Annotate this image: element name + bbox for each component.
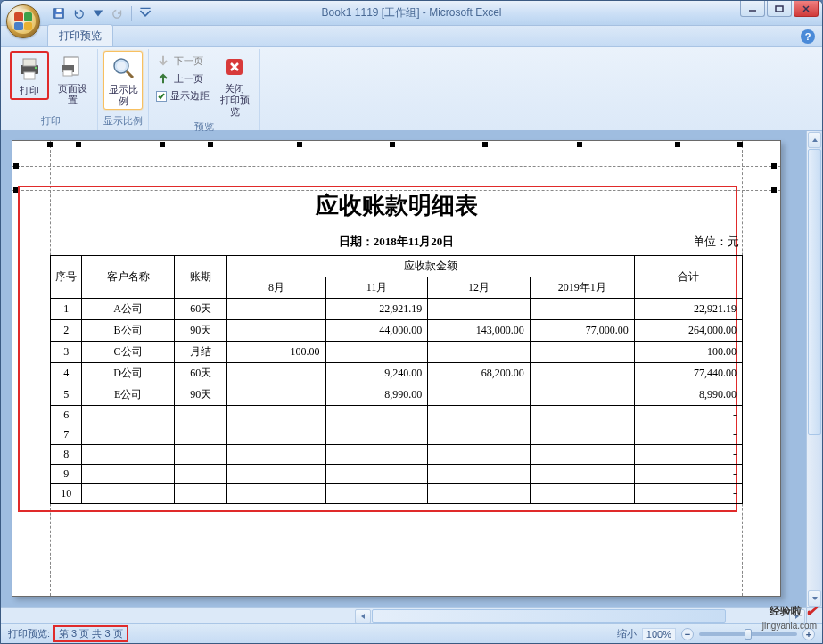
ribbon-tabs: 打印预览 ? bbox=[1, 26, 822, 47]
scroll-left-icon[interactable] bbox=[355, 609, 371, 623]
minimize-button[interactable] bbox=[740, 1, 765, 17]
vertical-scrollbar[interactable] bbox=[806, 131, 822, 607]
svg-rect-9 bbox=[23, 59, 36, 66]
show-margins-checkbox[interactable]: 显示边距 bbox=[154, 88, 211, 103]
col-m11: 11月 bbox=[325, 277, 428, 299]
document-title: 应收账款明细表 bbox=[50, 190, 743, 221]
svg-rect-2 bbox=[56, 13, 62, 17]
undo-icon[interactable] bbox=[70, 5, 86, 21]
scroll-up-icon[interactable] bbox=[808, 132, 821, 148]
table-row: 7- bbox=[51, 425, 743, 445]
col-m12: 12月 bbox=[428, 277, 531, 299]
ribbon-group-zoom: 显示比例 显示比例 bbox=[98, 49, 149, 130]
arrow-down-icon bbox=[156, 54, 170, 68]
table-row: 5E公司90天8,990.008,990.00 bbox=[51, 384, 743, 406]
svg-line-17 bbox=[127, 71, 133, 78]
col-m8: 8月 bbox=[227, 277, 325, 299]
page-setup-icon bbox=[58, 53, 86, 81]
table-row: 10- bbox=[51, 484, 743, 504]
table-row: 1A公司60天22,921.1922,921.19 bbox=[51, 299, 743, 320]
arrow-up-icon bbox=[156, 71, 170, 86]
col-period: 账期 bbox=[174, 256, 227, 299]
title-bar: Book1 1119 [工作组] - Microsoft Excel bbox=[1, 1, 822, 26]
ribbon: 打印 页面设置 打印 显示比例 显 bbox=[1, 47, 822, 131]
table-row: 4D公司60天9,240.0068,200.0077,440.00 bbox=[51, 363, 743, 384]
preview-options: 下一页 上一页 显示边距 bbox=[154, 51, 211, 103]
zoom-in-button[interactable]: + bbox=[802, 628, 815, 640]
zoom-label[interactable]: 缩小 bbox=[617, 627, 637, 640]
next-page-button: 下一页 bbox=[154, 53, 211, 69]
zoom-value: 100% bbox=[642, 628, 676, 640]
col-total: 合计 bbox=[634, 256, 742, 299]
document-date: 日期：2018年11月20日 bbox=[50, 234, 743, 250]
qat-customize-icon[interactable] bbox=[137, 5, 153, 21]
report-table: 序号 客户名称 账期 应收款金额 合计 8月 11月 12月 2019年1月 bbox=[50, 255, 743, 504]
undo-dropdown-icon[interactable] bbox=[90, 5, 106, 21]
horizontal-scrollbar[interactable] bbox=[354, 608, 806, 623]
svg-rect-10 bbox=[24, 72, 35, 79]
table-row: 3C公司月结100.00100.00 bbox=[51, 342, 743, 363]
page-setup-button[interactable]: 页面设置 bbox=[53, 51, 92, 108]
svg-point-16 bbox=[117, 62, 126, 70]
magnifier-icon bbox=[109, 54, 137, 82]
redo-icon[interactable] bbox=[110, 5, 126, 21]
checkbox-checked-icon bbox=[156, 91, 167, 102]
page-preview-area[interactable]: 应收账款明细表 日期：2018年11月20日 单位：元 序号 客户名称 账期 应… bbox=[1, 131, 806, 607]
scroll-corner bbox=[806, 608, 822, 623]
col-m2019-1: 2019年1月 bbox=[530, 277, 634, 299]
app-window: Book1 1119 [工作组] - Microsoft Excel 打印预览 … bbox=[0, 0, 823, 644]
svg-rect-14 bbox=[63, 70, 72, 76]
col-seq: 序号 bbox=[51, 256, 82, 299]
maximize-button[interactable] bbox=[767, 1, 792, 17]
tab-print-preview[interactable]: 打印预览 bbox=[47, 24, 113, 46]
col-amount-group: 应收款金额 bbox=[227, 256, 634, 277]
svg-point-11 bbox=[35, 67, 37, 69]
quick-access-toolbar bbox=[51, 5, 153, 21]
col-customer: 客户名称 bbox=[82, 256, 175, 299]
office-logo-icon bbox=[11, 9, 36, 34]
document-content: 应收账款明细表 日期：2018年11月20日 单位：元 序号 客户名称 账期 应… bbox=[50, 190, 743, 504]
prev-page-button[interactable]: 上一页 bbox=[154, 70, 211, 87]
window-controls bbox=[738, 1, 819, 17]
office-button[interactable] bbox=[6, 4, 40, 38]
horizontal-scroll-row bbox=[1, 607, 822, 623]
ribbon-group-preview: 下一页 上一页 显示边距 关闭 打印预览 bbox=[149, 49, 260, 130]
close-preview-button[interactable]: 关闭 打印预览 bbox=[215, 51, 254, 120]
help-icon[interactable]: ? bbox=[801, 29, 815, 44]
table-row: 9- bbox=[51, 465, 743, 484]
close-preview-icon bbox=[220, 53, 249, 81]
page: 应收账款明细表 日期：2018年11月20日 单位：元 序号 客户名称 账期 应… bbox=[12, 140, 781, 597]
zoom-out-button[interactable]: − bbox=[681, 628, 694, 640]
printer-icon bbox=[15, 54, 44, 83]
table-row: 2B公司90天44,000.00143,000.0077,000.00264,0… bbox=[51, 320, 743, 342]
scroll-right-icon[interactable] bbox=[789, 609, 805, 623]
status-bar: 打印预览: 第 3 页 共 3 页 缩小 100% − + bbox=[1, 623, 822, 643]
scroll-down-icon[interactable] bbox=[808, 590, 821, 607]
workspace: 应收账款明细表 日期：2018年11月20日 单位：元 序号 客户名称 账期 应… bbox=[1, 131, 822, 607]
status-mode: 打印预览: bbox=[8, 627, 50, 640]
table-row: 8- bbox=[51, 445, 743, 465]
table-row: 6- bbox=[51, 406, 743, 425]
svg-rect-5 bbox=[776, 6, 783, 12]
zoom-button[interactable]: 显示比例 bbox=[103, 51, 143, 110]
status-page-info: 第 3 页 共 3 页 bbox=[53, 625, 128, 642]
zoom-slider[interactable] bbox=[699, 632, 797, 636]
svg-rect-1 bbox=[56, 8, 61, 12]
ribbon-group-print: 打印 页面设置 打印 bbox=[4, 49, 98, 130]
close-button[interactable] bbox=[794, 1, 819, 17]
print-button[interactable]: 打印 bbox=[10, 51, 49, 100]
save-icon[interactable] bbox=[51, 5, 67, 21]
